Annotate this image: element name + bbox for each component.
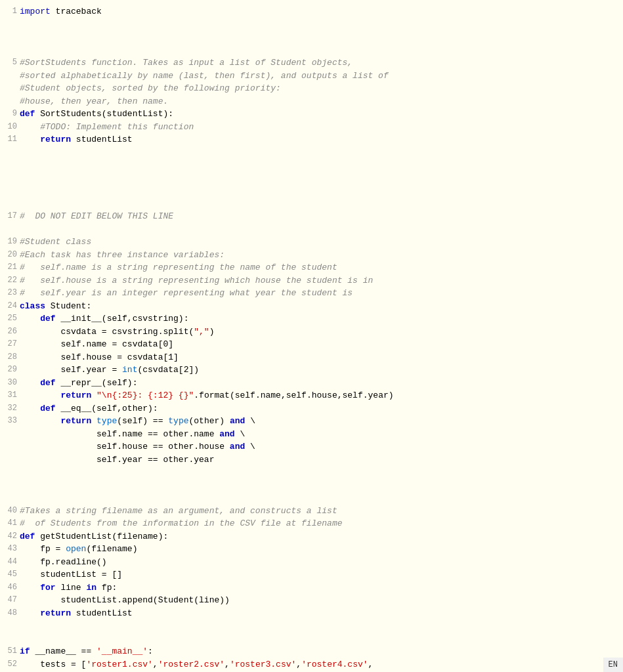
line-content[interactable]: def __repr__(self): [20, 377, 623, 390]
line-content[interactable]: #Student class [20, 236, 623, 249]
line-content[interactable] [20, 184, 623, 198]
line-number: 44 [1, 556, 17, 568]
line-content[interactable] [20, 466, 623, 479]
line-number: 10 [1, 121, 17, 133]
code-line: self.name == other.name and \ [20, 428, 623, 441]
line-content[interactable] [20, 159, 623, 172]
line-number: 43 [1, 543, 17, 555]
line-content[interactable]: fp = open(filename) [20, 543, 623, 556]
code-line: 51if __name__ == '__main__': [20, 645, 623, 658]
line-number: 51 [1, 645, 17, 657]
code-line: 46 for line in fp: [20, 581, 623, 595]
line-content[interactable]: self.year = int(csvdata[2]) [20, 364, 623, 377]
line-content[interactable] [20, 633, 623, 646]
line-number: 21 [1, 261, 17, 273]
line-content[interactable]: #Each task has three instance variables: [20, 249, 623, 262]
code-line: 40#Takes a string filename as an argumen… [20, 505, 623, 518]
code-line: 43 fp = open(filename) [20, 543, 623, 556]
line-content[interactable] [20, 18, 623, 32]
code-line: 21# self.name is a string representing t… [20, 261, 623, 274]
line-content[interactable]: # self.year is an integer representing w… [20, 287, 623, 300]
code-line: #Student objects, sorted by the followin… [20, 82, 623, 95]
line-content[interactable]: def __eq__(self,other): [20, 402, 623, 415]
line-number: 9 [1, 108, 17, 119]
line-number: 5 [1, 56, 17, 68]
code-line [20, 223, 623, 236]
line-content[interactable]: class Student: [20, 300, 623, 313]
code-area[interactable]: 1import traceback 5#SortStudents functio… [0, 5, 623, 672]
line-content[interactable]: def __init__(self,csvstring): [20, 312, 623, 326]
line-content[interactable]: fp.readline() [20, 556, 623, 569]
code-line: 20#Each task has three instance variable… [20, 249, 623, 262]
line-number: 46 [1, 581, 17, 593]
line-content[interactable]: self.name == other.name and \ [20, 428, 623, 441]
code-line: 9def SortStudents(studentList): [20, 108, 623, 121]
line-content[interactable]: self.year == other.year [20, 453, 623, 467]
line-content[interactable]: def getStudentList(filename): [20, 530, 623, 543]
code-line: 52 tests = ['roster1.csv','roster2.csv',… [20, 658, 623, 671]
line-number: 29 [1, 364, 17, 375]
code-line: 1import traceback [20, 5, 623, 18]
code-line: 23# self.year is an integer representing… [20, 287, 623, 300]
line-number: 26 [1, 326, 17, 337]
code-line [20, 172, 623, 185]
code-line: 42def getStudentList(filename): [20, 530, 623, 543]
line-content[interactable]: csvdata = csvstring.split(",") [20, 326, 623, 339]
line-content[interactable]: self.house = csvdata[1] [20, 351, 623, 364]
line-content[interactable] [20, 198, 623, 211]
code-line: 45 studentList = [] [20, 568, 623, 581]
line-content[interactable]: return studentList [20, 607, 623, 620]
line-content[interactable]: #Takes a string filename as an argument,… [20, 505, 623, 518]
line-content[interactable] [20, 146, 623, 159]
code-line: #sorted alphabetically by name (last, th… [20, 70, 623, 83]
line-content[interactable]: studentList = [] [20, 568, 623, 581]
line-number: 23 [1, 287, 17, 299]
line-number: 48 [1, 607, 17, 619]
line-content[interactable] [20, 620, 623, 633]
line-content[interactable]: if __name__ == '__main__': [20, 645, 623, 658]
code-line [20, 492, 623, 505]
line-number: 28 [1, 351, 17, 363]
code-line [20, 159, 623, 172]
line-content[interactable]: # self.house is a string representing wh… [20, 274, 623, 287]
code-line: 24class Student: [20, 300, 623, 313]
code-line [20, 44, 623, 57]
code-line: 44 fp.readline() [20, 556, 623, 569]
language-indicator: EN [609, 660, 618, 669]
line-number: 45 [1, 568, 17, 580]
code-line: 5#SortStudents function. Takes as input … [20, 56, 623, 70]
line-number: 20 [1, 249, 17, 261]
line-content[interactable]: #sorted alphabetically by name (last, th… [20, 70, 623, 83]
line-content[interactable] [20, 223, 623, 236]
line-content[interactable]: #house, then year, then name. [20, 95, 623, 108]
line-number: 52 [1, 658, 17, 670]
code-line: self.year == other.year [20, 453, 623, 467]
code-line [20, 466, 623, 479]
line-content[interactable] [20, 479, 623, 492]
line-content[interactable]: for line in fp: [20, 581, 623, 595]
line-number: 30 [1, 377, 17, 388]
line-content[interactable] [20, 172, 623, 185]
line-content[interactable]: return "\n{:25}: {:12} {}".format(self.n… [20, 389, 623, 402]
line-content[interactable]: self.name = csvdata[0] [20, 338, 623, 351]
line-content[interactable]: def SortStudents(studentList): [20, 108, 623, 121]
line-number: 24 [1, 300, 17, 312]
line-content[interactable]: # of Students from the information in th… [20, 517, 623, 530]
line-content[interactable]: return type(self) == type(other) and \ [20, 415, 623, 428]
line-content[interactable]: # DO NOT EDIT BELOW THIS LINE [20, 210, 623, 223]
line-content[interactable] [20, 31, 623, 44]
line-content[interactable]: #Student objects, sorted by the followin… [20, 82, 623, 95]
line-number: 27 [1, 338, 17, 350]
line-content[interactable]: #TODO: Implement this function [20, 121, 623, 134]
line-content[interactable]: #SortStudents function. Takes as input a… [20, 56, 623, 70]
line-content[interactable]: # self.name is a string representing the… [20, 261, 623, 274]
line-content[interactable]: import traceback [20, 5, 623, 18]
line-content[interactable] [20, 492, 623, 505]
line-content[interactable]: self.house == other.house and \ [20, 440, 623, 453]
line-number: 47 [1, 594, 17, 606]
line-content[interactable] [20, 44, 623, 57]
line-content[interactable]: studentList.append(Student(line)) [20, 594, 623, 607]
line-content[interactable]: return studentList [20, 133, 623, 146]
code-line [20, 31, 623, 44]
line-content[interactable]: tests = ['roster1.csv','roster2.csv','ro… [20, 658, 623, 671]
